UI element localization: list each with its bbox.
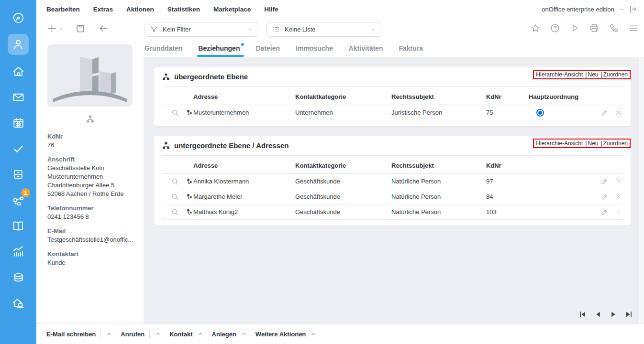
- favorite-star-icon[interactable]: [530, 23, 541, 33]
- edit-pencil-icon[interactable]: [600, 193, 609, 201]
- menu-hilfe[interactable]: Hilfe: [264, 6, 278, 13]
- parent-table: Adresse Kontaktkategorie Rechtssubjekt K…: [162, 89, 623, 120]
- chevron-up-icon[interactable]: [197, 331, 204, 337]
- sidebar-item-calendar[interactable]: [8, 113, 29, 132]
- assign-link[interactable]: Zuordnen: [603, 71, 628, 78]
- add-record-button[interactable]: [46, 23, 65, 34]
- chevron-up-icon[interactable]: [155, 331, 161, 337]
- row-kdnr: 75: [483, 109, 529, 116]
- print-icon[interactable]: [589, 23, 600, 33]
- chart-icon: [11, 245, 25, 258]
- tab-beziehungen[interactable]: Beziehungen: [198, 42, 240, 57]
- next-page-icon[interactable]: [609, 310, 618, 319]
- sidebar-item-time-tracking[interactable]: [8, 8, 29, 27]
- hierarchy-view-link[interactable]: Hierarchie-Ansicht: [536, 140, 583, 147]
- hierarchy-icon[interactable]: [36, 115, 144, 124]
- first-page-icon[interactable]: [578, 310, 588, 319]
- tab-faktura[interactable]: Faktura: [399, 42, 423, 57]
- tab-aktivitaeten[interactable]: Aktivitäten: [349, 42, 383, 57]
- contact-menu-button[interactable]: Kontakt: [169, 331, 192, 338]
- delete-x-icon[interactable]: [615, 109, 622, 116]
- edit-pencil-icon[interactable]: [600, 177, 609, 185]
- play-icon[interactable]: [569, 23, 580, 33]
- magnifier-icon[interactable]: [171, 208, 179, 216]
- list-dropdown[interactable]: Keine Liste: [266, 22, 381, 37]
- row-legal: Juristische Person: [391, 109, 483, 116]
- phone-section: Telefonnummer 0241 123456 8: [47, 204, 140, 221]
- tab-grunddaten[interactable]: Grunddaten: [144, 42, 182, 57]
- sidebar-item-tasks[interactable]: [8, 139, 29, 158]
- row-address[interactable]: Annika Klostermann: [193, 178, 295, 185]
- col-kdnr: KdNr: [483, 93, 529, 100]
- write-email-button[interactable]: E-Mail schreiben: [46, 331, 96, 338]
- tab-dateien[interactable]: Dateien: [255, 42, 280, 57]
- col-kontaktkategorie: Kontaktkategorie: [295, 162, 391, 169]
- edit-pencil-icon[interactable]: [600, 108, 609, 117]
- chevron-up-icon[interactable]: [106, 331, 112, 337]
- back-button[interactable]: [98, 23, 109, 34]
- new-link[interactable]: Neu: [588, 140, 598, 147]
- magnifier-icon[interactable]: [171, 177, 179, 186]
- sidebar-item-process-manager[interactable]: 1: [8, 191, 29, 210]
- hierarchy-view-link[interactable]: Hierarchie-Ansicht: [536, 71, 583, 78]
- file-cabinet-icon: [12, 168, 24, 181]
- last-page-icon[interactable]: [624, 310, 633, 319]
- magnifier-icon[interactable]: [171, 193, 179, 201]
- new-link[interactable]: Neu: [588, 71, 598, 78]
- phone-icon[interactable]: [609, 23, 619, 33]
- sidebar-item-statistics[interactable]: [8, 242, 29, 261]
- phone-value[interactable]: 0241 123456 8: [47, 213, 140, 221]
- menu-marketplace[interactable]: Marketplace: [213, 6, 251, 13]
- email-value[interactable]: Testgeschäftsstelle1@onoffic...: [47, 236, 140, 244]
- sidebar-item-smart-site[interactable]: [8, 294, 29, 313]
- email-label: E-Mail: [47, 227, 140, 236]
- contact-type-value: Kunde: [47, 258, 140, 267]
- more-actions-button[interactable]: Weitere Aktionen: [255, 331, 306, 338]
- row-address[interactable]: Matthias König2: [193, 208, 295, 215]
- table-row: Matthias König2 Geschäftskunde Natürlich…: [162, 204, 623, 220]
- tab-immosuche[interactable]: Immosuche: [296, 42, 333, 57]
- unsaved-dot: [241, 43, 244, 46]
- help-icon[interactable]: [550, 23, 560, 33]
- record-toolbar: Kein Filter Keine Liste: [36, 18, 644, 41]
- main-assignment-radio[interactable]: [536, 109, 544, 117]
- row-address[interactable]: Musterunternehmen: [193, 109, 295, 116]
- phone-label: Telefonnummer: [47, 204, 140, 213]
- edit-pencil-icon[interactable]: [600, 208, 609, 216]
- magnifier-icon[interactable]: [171, 108, 179, 117]
- menu-statistiken[interactable]: Statistiken: [167, 6, 200, 13]
- delete-x-icon[interactable]: [615, 193, 622, 200]
- create-menu-button[interactable]: Anlegen: [212, 331, 236, 338]
- child-table: Adresse Kontaktkategorie Rechtssubjekt K…: [162, 158, 623, 220]
- sidebar-item-properties[interactable]: [8, 62, 29, 81]
- menu-aktionen[interactable]: Aktionen: [126, 6, 154, 13]
- row-kdnr: 103: [483, 208, 529, 215]
- main-sidebar: 1: [0, 0, 36, 344]
- table-row: Annika Klostermann Geschäftskunde Natürl…: [162, 174, 623, 189]
- chevron-up-icon[interactable]: [310, 331, 317, 337]
- menu-extras[interactable]: Extras: [93, 6, 113, 13]
- call-button[interactable]: Anrufen: [121, 331, 144, 338]
- delete-x-icon[interactable]: [615, 208, 622, 215]
- save-button[interactable]: [75, 23, 86, 34]
- filter-dropdown[interactable]: Kein Filter: [144, 22, 258, 37]
- sidebar-item-knowledge-base[interactable]: [8, 216, 29, 236]
- sidebar-item-data[interactable]: [8, 268, 29, 287]
- sidebar-item-contacts[interactable]: [8, 34, 29, 55]
- hamburger-menu-icon[interactable]: [628, 23, 639, 33]
- delete-x-icon[interactable]: [615, 178, 622, 185]
- assign-link[interactable]: Zuordnen: [603, 140, 628, 147]
- sitemap-icon: [162, 73, 170, 81]
- address-line: Musterunternehmen: [47, 172, 140, 181]
- menu-bearbeiten[interactable]: Bearbeiten: [46, 6, 80, 13]
- chevron-up-icon[interactable]: [241, 331, 247, 337]
- sidebar-item-email[interactable]: [8, 87, 29, 107]
- logout-icon[interactable]: [628, 4, 638, 14]
- vertical-scrollbar[interactable]: [637, 57, 644, 323]
- relation-icon: [186, 193, 193, 201]
- row-address[interactable]: Margarethe Meier: [193, 193, 295, 200]
- sidebar-item-files[interactable]: [8, 165, 29, 184]
- arrow-left-icon: [98, 23, 109, 34]
- bottom-action-bar: E-Mail schreiben Anrufen Kontakt Anlegen…: [36, 323, 644, 344]
- previous-page-icon[interactable]: [593, 310, 603, 319]
